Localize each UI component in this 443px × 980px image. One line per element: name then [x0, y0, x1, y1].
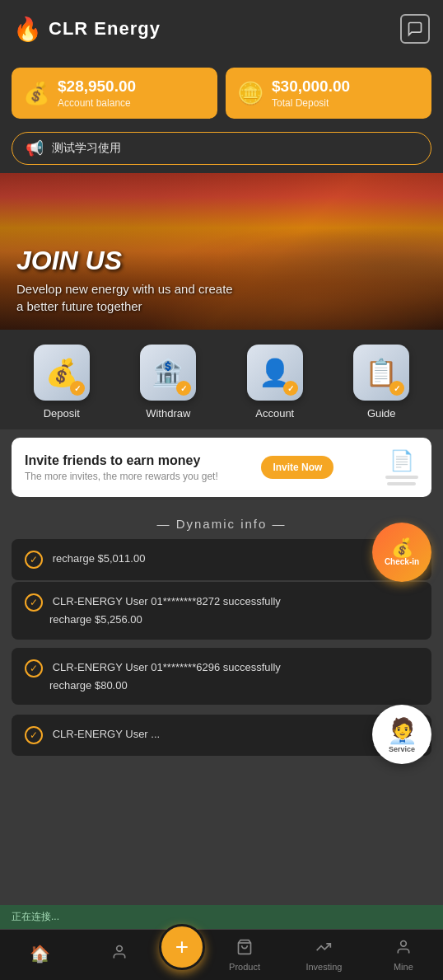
speaker-icon: 📢 — [26, 139, 44, 157]
nav-user[interactable] — [79, 939, 158, 972]
account-balance-card[interactable]: 💰 $28,950.00 Account balance — [12, 68, 217, 119]
nav-investing-label: Investing — [305, 962, 342, 972]
quick-actions: 💰 ✓ Deposit 🏦 ✓ Withdraw 👤 ✓ Account 📋 ✓… — [0, 330, 443, 429]
invite-text: Invite friends to earn money The more in… — [25, 453, 218, 482]
dynamic-info-header: — Dynamic info — — [0, 505, 443, 539]
invite-subtitle: The more invites, the more rewards you g… — [25, 471, 218, 482]
withdraw-badge: ✓ — [176, 381, 191, 396]
invite-banner: Invite friends to earn money The more in… — [12, 438, 431, 497]
checkin-button[interactable]: 💰 Check-in — [372, 523, 431, 582]
service-button[interactable]: 🧑‍💼 Service — [372, 705, 431, 764]
account-balance-amount: $28,950.00 — [58, 77, 136, 96]
activity-text: CLR-ENERGY User ... — [53, 728, 161, 740]
mine-icon — [395, 939, 412, 959]
guide-icon-wrap: 📋 ✓ — [353, 345, 409, 401]
activity-user: CLR-ENERGY User 01********6296 successfu… — [53, 661, 281, 673]
nav-investing[interactable]: Investing — [284, 934, 363, 977]
coins-icon: 💰 — [391, 539, 413, 557]
deposit-amount: $30,000.00 — [272, 77, 350, 96]
deposit-badge: ✓ — [70, 381, 85, 396]
action-guide[interactable]: 📋 ✓ Guide — [353, 345, 409, 420]
deposit-icon: 🪙 — [237, 81, 263, 106]
activity-item: ✓ CLR-ENERGY User 01********6296 success… — [12, 648, 431, 706]
activity-list: ✓ recharge $5,011.00 ✓ CLR-ENERGY User 0… — [0, 539, 443, 756]
activity-user: CLR-ENERGY User 01********8272 successfu… — [53, 595, 281, 607]
check-icon: ✓ — [25, 551, 43, 569]
balance-row: 💰 $28,950.00 Account balance 🪙 $30,000.0… — [0, 58, 443, 129]
message-icon-button[interactable] — [400, 14, 430, 44]
nav-mine-label: Mine — [394, 962, 413, 972]
announcement-text: 测试学习使用 — [52, 141, 121, 156]
account-label: Account — [255, 407, 294, 420]
banner-subtitle: Develop new energy with us and createa b… — [16, 280, 233, 315]
activity-item: ✓ CLR-ENERGY User ... — [12, 715, 431, 756]
service-label: Service — [372, 745, 431, 753]
action-deposit[interactable]: 💰 ✓ Deposit — [34, 345, 90, 420]
activity-amount: recharge $80.00 — [25, 678, 418, 694]
nav-add-button[interactable]: + — [159, 924, 205, 970]
nav-product[interactable]: Product — [205, 934, 284, 977]
bottom-navigation: 🏠 + Product Invest — [0, 929, 443, 980]
activity-item: ✓ CLR-ENERGY User 01********8272 success… — [12, 582, 431, 640]
deposit-info: $30,000.00 Total Deposit — [272, 77, 350, 109]
action-withdraw[interactable]: 🏦 ✓ Withdraw — [140, 345, 196, 420]
invite-now-button[interactable]: Invite Now — [261, 456, 333, 479]
user-icon — [111, 944, 128, 964]
deposit-label: Deposit — [44, 407, 80, 420]
status-text: 正在连接... — [12, 911, 59, 922]
activity-item: ✓ recharge $5,011.00 — [12, 539, 431, 580]
action-account[interactable]: 👤 ✓ Account — [247, 345, 303, 420]
account-icon-wrap: 👤 ✓ — [247, 345, 303, 401]
check-icon: ✓ — [25, 593, 43, 612]
guide-label: Guide — [367, 407, 396, 420]
account-badge: ✓ — [283, 381, 298, 396]
activity-row: ✓ CLR-ENERGY User 01********6296 success… — [25, 659, 418, 678]
hero-banner: JOIN US Develop new energy with us and c… — [0, 173, 443, 330]
activity-amount: recharge $5,256.00 — [25, 612, 418, 628]
deposit-icon-wrap: 💰 ✓ — [34, 345, 90, 401]
app-header: 🔥 CLR Energy — [0, 0, 443, 58]
deposit-label: Total Deposit — [272, 97, 350, 109]
total-deposit-card[interactable]: 🪙 $30,000.00 Total Deposit — [226, 68, 431, 119]
checkin-label: Check-in — [385, 557, 419, 566]
plus-icon: + — [175, 934, 189, 960]
status-bar: 正在连接... — [0, 905, 443, 929]
app-title: CLR Energy — [49, 18, 161, 40]
investing-icon — [315, 939, 332, 959]
invite-icon-area: 📄 — [385, 449, 418, 485]
home-icon: 🏠 — [30, 944, 50, 964]
logo-area: 🔥 CLR Energy — [13, 16, 161, 43]
svg-point-0 — [116, 945, 122, 951]
account-balance-info: $28,950.00 Account balance — [58, 77, 136, 109]
check-icon: ✓ — [25, 659, 43, 678]
guide-badge: ✓ — [389, 381, 404, 396]
withdraw-icon-wrap: 🏦 ✓ — [140, 345, 196, 401]
banner-content: JOIN US Develop new energy with us and c… — [16, 246, 233, 315]
service-avatar-icon: 🧑‍💼 — [387, 716, 417, 745]
withdraw-label: Withdraw — [146, 407, 190, 420]
activity-text: recharge $5,011.00 — [53, 552, 146, 565]
activity-row: ✓ CLR-ENERGY User 01********8272 success… — [25, 593, 418, 612]
activity-section: ✓ recharge $5,011.00 ✓ CLR-ENERGY User 0… — [0, 539, 443, 756]
nav-mine[interactable]: Mine — [364, 934, 443, 977]
banner-title: JOIN US — [16, 246, 233, 275]
invite-title: Invite friends to earn money — [25, 453, 218, 468]
nav-home[interactable]: 🏠 — [0, 939, 79, 971]
invite-doc-icon: 📄 — [389, 449, 414, 472]
announcement-inner: 📢 测试学习使用 — [12, 132, 431, 165]
account-balance-label: Account balance — [58, 97, 136, 109]
check-icon: ✓ — [25, 726, 43, 744]
wallet-icon: 💰 — [23, 81, 49, 106]
product-icon — [236, 939, 253, 959]
svg-point-2 — [400, 940, 406, 946]
flame-icon: 🔥 — [13, 16, 42, 43]
announcement-bar: 📢 测试学习使用 — [0, 129, 443, 173]
nav-product-label: Product — [229, 962, 260, 972]
